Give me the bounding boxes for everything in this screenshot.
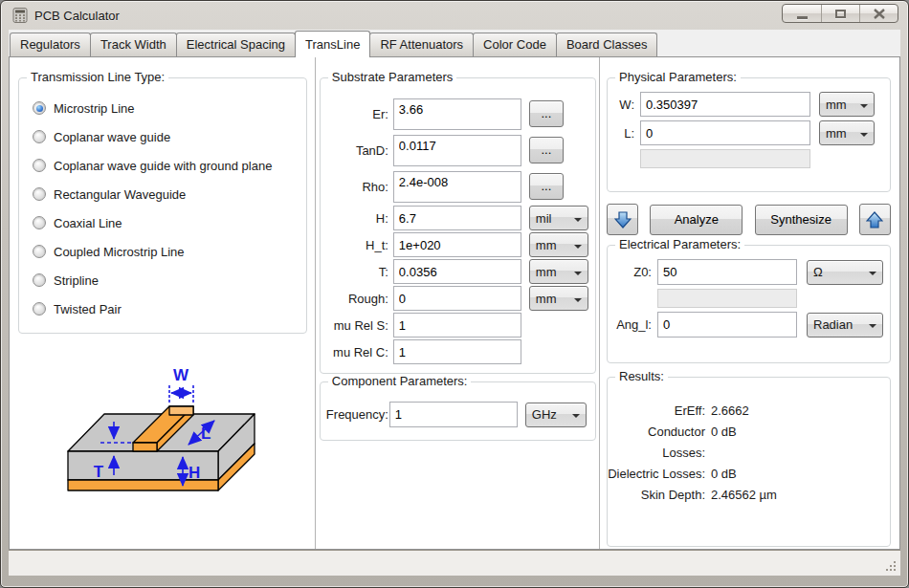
- w-input[interactable]: [640, 92, 810, 117]
- tab-color-code[interactable]: Color Code: [473, 33, 557, 56]
- rho-lookup-button[interactable]: ...: [529, 173, 564, 200]
- resize-grip-icon[interactable]: [894, 569, 896, 571]
- ht-label: H_t:: [322, 238, 393, 252]
- mu-rel-s-input[interactable]: [393, 313, 521, 338]
- chevron-down-icon: [574, 218, 582, 226]
- radio-label: Coplanar wave guide: [54, 130, 170, 144]
- radio-stripline[interactable]: Stripline: [19, 266, 306, 294]
- radio-coupled-microstrip-line[interactable]: Coupled Microstrip Line: [19, 237, 306, 266]
- z0-unit-select[interactable]: Ω: [807, 260, 883, 285]
- frequency-row: Frequency: GHz: [326, 402, 589, 427]
- radio-label: Rectangular Waveguide: [54, 187, 186, 202]
- group-title: Electrical Parameters:: [615, 237, 744, 251]
- status-bar: [9, 550, 900, 576]
- window-controls: [782, 4, 898, 23]
- rho-input[interactable]: [393, 171, 521, 203]
- z0-input[interactable]: [657, 259, 797, 285]
- l-input[interactable]: [640, 120, 810, 145]
- ereff-label: ErEff:: [608, 401, 705, 422]
- down-arrow-button[interactable]: [607, 204, 638, 235]
- h-unit-select[interactable]: mil: [529, 206, 588, 230]
- tab-board-classes[interactable]: Board Classes: [556, 33, 658, 56]
- frequency-unit-select[interactable]: GHz: [525, 403, 587, 427]
- tab-electrical-spacing[interactable]: Electrical Spacing: [176, 33, 296, 56]
- tab-rf-attenuators[interactable]: RF Attenuators: [369, 33, 474, 56]
- z0-unit-value: Ω: [813, 265, 823, 279]
- radio-label: Coplanar wave guide with ground plane: [54, 159, 272, 173]
- h-unit-value: mil: [536, 211, 552, 226]
- minimize-button[interactable]: [783, 5, 821, 22]
- conductor-losses-value: 0 dB: [705, 422, 737, 464]
- l-row: L: mm: [611, 120, 883, 145]
- w-unit-value: mm: [826, 98, 847, 112]
- tand-lookup-button[interactable]: ...: [529, 137, 564, 163]
- ang-l-unit-select[interactable]: Radian: [807, 313, 883, 338]
- ht-unit-select[interactable]: mm: [529, 232, 588, 257]
- synthesize-button[interactable]: Synthesize: [755, 205, 848, 235]
- t-input[interactable]: [393, 259, 521, 284]
- diagram-h-label: H: [188, 464, 200, 482]
- ang-l-unit-value: Radian: [813, 317, 853, 332]
- rough-input[interactable]: [393, 286, 521, 311]
- radio-coaxial-line[interactable]: Coaxial Line: [19, 208, 306, 237]
- ht-row: H_t: mm: [322, 231, 589, 258]
- er-lookup-button[interactable]: ...: [529, 100, 564, 127]
- radio-label: Coupled Microstrip Line: [54, 245, 185, 259]
- results-group: Results: ErEff: 2.6662 Conductor Losses:…: [607, 377, 891, 547]
- tab-track-width[interactable]: Track Width: [90, 33, 177, 56]
- h-label: H:: [322, 211, 393, 226]
- radio-rectangular-waveguide[interactable]: Rectangular Waveguide: [19, 180, 306, 208]
- tab-regulators[interactable]: Regulators: [10, 33, 91, 56]
- mu-rel-c-row: mu Rel C:: [322, 338, 589, 365]
- conductor-losses-row: Conductor Losses: 0 dB: [608, 422, 890, 464]
- radio-coplanar-wave-guide[interactable]: Coplanar wave guide: [19, 122, 306, 151]
- h-input[interactable]: [393, 206, 521, 230]
- rho-label: Rho:: [322, 180, 393, 194]
- radio-twisted-pair[interactable]: Twisted Pair: [19, 294, 306, 323]
- close-icon: [874, 9, 885, 19]
- radio-icon: [33, 245, 46, 258]
- w-label: W:: [611, 98, 634, 112]
- dielectric-losses-label: Dielectric Losses:: [608, 464, 705, 485]
- radio-icon: [33, 187, 46, 201]
- frequency-unit-value: GHz: [532, 407, 557, 422]
- skin-depth-label: Skin Depth:: [608, 485, 705, 506]
- maximize-button[interactable]: [821, 5, 859, 22]
- frequency-label: Frequency:: [326, 407, 389, 422]
- pcb-calculator-window: PCB Calculator Regulators Track Width El…: [0, 0, 909, 588]
- tand-input[interactable]: [393, 135, 521, 166]
- w-unit-select[interactable]: mm: [819, 92, 875, 117]
- mu-rel-s-row: mu Rel S:: [322, 312, 589, 338]
- diagram-l-label: L: [201, 425, 211, 443]
- rough-unit-select[interactable]: mm: [529, 286, 588, 311]
- analyze-button[interactable]: Analyze: [650, 205, 743, 235]
- radio-microstrip-line[interactable]: Microstrip Line: [19, 94, 306, 122]
- radio-coplanar-wave-guide-ground[interactable]: Coplanar wave guide with ground plane: [19, 151, 306, 180]
- electrical-parameters-group: Electrical Parameters: Z0: Ω Ang_l:: [607, 245, 891, 363]
- right-column: Physical Parameters: W: mm L: mm: [601, 57, 899, 549]
- up-arrow-button[interactable]: [859, 204, 891, 235]
- l-unit-select[interactable]: mm: [819, 120, 875, 145]
- transline-page: Transmission Line Type: Microstrip Line …: [9, 56, 900, 550]
- mu-rel-c-input[interactable]: [393, 339, 521, 364]
- chevron-down-icon: [574, 272, 582, 279]
- radio-label: Stripline: [54, 273, 99, 288]
- transmission-line-type-group: Transmission Line Type: Microstrip Line …: [18, 77, 307, 334]
- chevron-down-icon: [574, 298, 582, 306]
- chevron-down-icon: [574, 245, 582, 252]
- conductor-losses-label: Conductor Losses:: [608, 422, 705, 464]
- electrical-aux-readout: [657, 289, 797, 308]
- close-button[interactable]: [859, 5, 898, 22]
- t-unit-select[interactable]: mm: [529, 259, 588, 284]
- ht-unit-value: mm: [536, 238, 557, 252]
- er-input[interactable]: [393, 98, 521, 130]
- left-column: Transmission Line Type: Microstrip Line …: [10, 57, 315, 549]
- l-unit-value: mm: [826, 126, 847, 141]
- frequency-input[interactable]: [389, 402, 518, 427]
- tab-transline[interactable]: TransLine: [295, 31, 370, 57]
- ang-l-input[interactable]: [657, 312, 797, 338]
- physical-aux-readout: [640, 149, 810, 168]
- er-row: Er: ...: [322, 96, 589, 132]
- ht-input[interactable]: [393, 232, 521, 257]
- up-arrow-icon: [866, 211, 883, 229]
